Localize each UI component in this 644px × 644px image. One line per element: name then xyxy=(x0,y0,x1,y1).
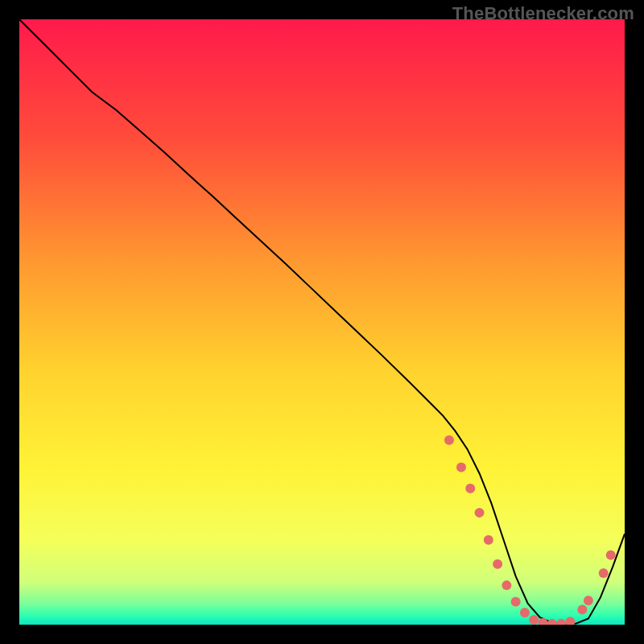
highlight-point xyxy=(599,568,609,578)
highlight-point xyxy=(577,605,587,614)
highlight-point xyxy=(465,484,475,493)
plot-area xyxy=(19,19,625,625)
highlight-point xyxy=(493,559,502,569)
highlight-point xyxy=(584,596,593,605)
highlight-point xyxy=(529,615,539,625)
gradient-background xyxy=(19,19,625,625)
highlight-point xyxy=(520,608,530,617)
highlight-point xyxy=(444,436,454,445)
watermark-text: TheBottlenecker.com xyxy=(452,3,634,24)
highlight-point xyxy=(502,580,511,590)
chart-stage: TheBottlenecker.com xyxy=(0,0,644,644)
highlight-point xyxy=(456,462,466,472)
highlight-point xyxy=(475,508,485,518)
chart-svg xyxy=(19,19,625,625)
highlight-point xyxy=(606,551,616,560)
highlight-point xyxy=(511,597,521,606)
highlight-point xyxy=(484,535,493,545)
